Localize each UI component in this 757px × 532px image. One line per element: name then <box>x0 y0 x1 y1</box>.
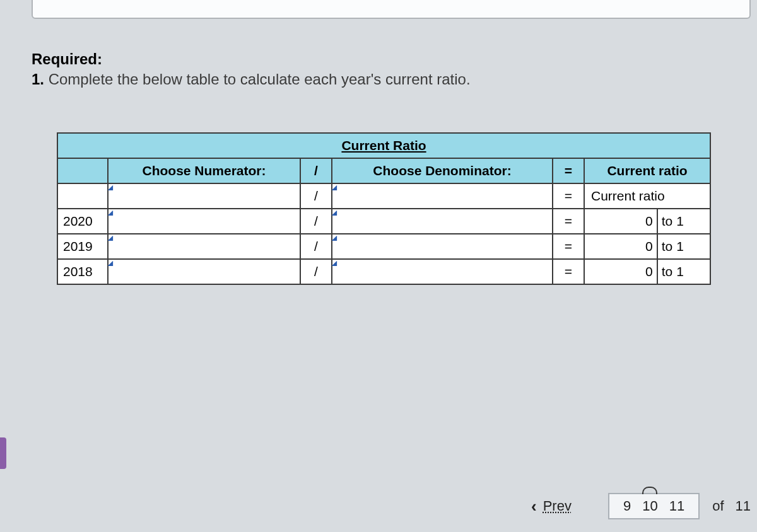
slash-header: / <box>300 158 332 183</box>
instruction-number: 1. <box>32 71 44 88</box>
ratio-unit-2020: to 1 <box>657 209 710 234</box>
prev-label: Prev <box>543 498 572 514</box>
ratio-table: Current Ratio Choose Numerator: / Choose… <box>57 132 711 285</box>
slash-cell: / <box>300 183 332 209</box>
slash: / <box>300 234 332 259</box>
instruction-text: 1. Complete the below table to calculate… <box>32 71 751 88</box>
table-row: 2020 / = 0 to 1 <box>57 209 710 234</box>
equals: = <box>553 209 584 234</box>
prev-button[interactable]: ‹ Prev <box>531 497 572 516</box>
chevron-left-icon: ‹ <box>531 497 537 516</box>
table-title: Current Ratio <box>57 133 710 158</box>
table-row: 2019 / = 0 to 1 <box>57 234 710 259</box>
numerator-header: Choose Numerator: <box>108 158 300 183</box>
page-total: 11 <box>736 498 751 514</box>
page-current[interactable]: 10 <box>642 498 657 514</box>
ratio-header: Current ratio <box>584 158 710 183</box>
numerator-input-2020[interactable] <box>108 209 300 234</box>
year-header-blank <box>57 158 108 183</box>
numerator-input-2018[interactable] <box>108 259 300 284</box>
instruction-body: Complete the below table to calculate ea… <box>49 71 471 88</box>
ratio-table-wrap: Current Ratio Choose Numerator: / Choose… <box>57 132 751 285</box>
denominator-select-labels[interactable] <box>332 183 553 209</box>
ratio-unit-2019: to 1 <box>657 234 710 259</box>
denominator-input-2020[interactable] <box>332 209 553 234</box>
table-row: 2018 / = 0 to 1 <box>57 259 710 284</box>
equals: = <box>553 259 584 284</box>
ratio-label-cell: Current ratio <box>584 183 710 209</box>
page-after[interactable]: 11 <box>669 498 684 514</box>
year-blank <box>57 183 108 209</box>
slash: / <box>300 259 332 284</box>
year-cell: 2019 <box>57 234 108 259</box>
equals-header: = <box>553 158 584 183</box>
page-indicator: 9 10 11 <box>608 493 700 519</box>
year-cell: 2018 <box>57 259 108 284</box>
year-cell: 2020 <box>57 209 108 234</box>
ratio-value-2019: 0 <box>584 234 657 259</box>
ratio-unit-2018: to 1 <box>657 259 710 284</box>
numerator-select-labels[interactable] <box>108 183 300 209</box>
equals-cell: = <box>553 183 584 209</box>
content-box-top <box>32 0 751 19</box>
denominator-input-2018[interactable] <box>332 259 553 284</box>
ratio-value-2018: 0 <box>584 259 657 284</box>
pagination-bar: ‹ Prev 9 10 11 of 11 <box>0 493 757 519</box>
of-label: of <box>712 498 724 514</box>
slash: / <box>300 209 332 234</box>
denominator-header: Choose Denominator: <box>332 158 553 183</box>
question-content: Required: 1. Complete the below table to… <box>32 50 751 285</box>
page-before[interactable]: 9 <box>623 498 631 514</box>
equals: = <box>553 234 584 259</box>
denominator-input-2019[interactable] <box>332 234 553 259</box>
numerator-input-2019[interactable] <box>108 234 300 259</box>
side-tab[interactable] <box>0 437 6 469</box>
ratio-value-2020: 0 <box>584 209 657 234</box>
required-label: Required: <box>32 50 751 68</box>
